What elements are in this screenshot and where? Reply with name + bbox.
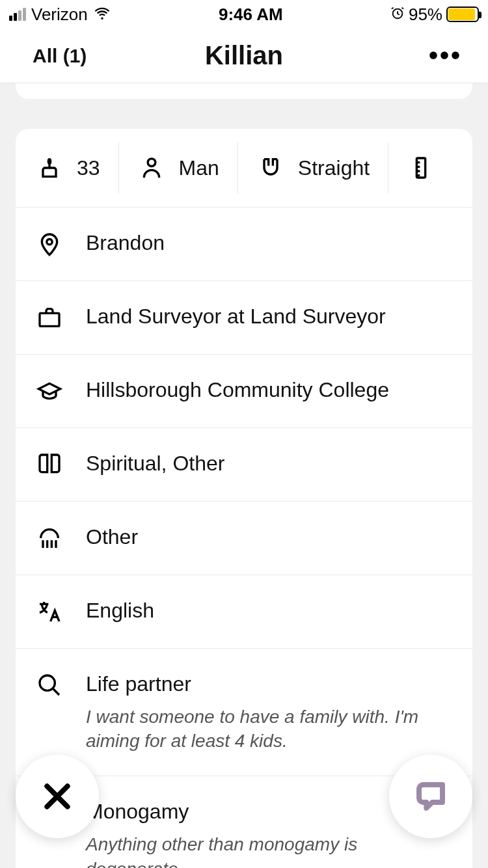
birthday-cake-icon xyxy=(35,154,64,182)
search-icon xyxy=(35,671,64,699)
carrier-label: Verizon xyxy=(31,5,88,25)
briefcase-icon xyxy=(35,303,64,332)
info-looking-for: Life partner I want someone to have a fa… xyxy=(16,648,472,776)
alarm-icon xyxy=(390,5,405,25)
politics-value: Other xyxy=(86,524,453,551)
message-button[interactable] xyxy=(389,755,472,838)
education-value: Hillsborough Community College xyxy=(86,377,453,404)
vital-orientation: Straight xyxy=(238,142,388,193)
job-value: Land Surveyor at Land Surveyor xyxy=(86,303,453,331)
person-icon xyxy=(137,154,166,182)
status-left: Verizon xyxy=(9,3,111,26)
wifi-icon xyxy=(93,3,111,26)
location-pin-icon xyxy=(35,230,64,258)
info-location: Brandon xyxy=(16,207,472,280)
battery-icon xyxy=(446,7,479,22)
vitals-row: 33 Man Straight xyxy=(16,129,472,207)
looking-for-subtitle: I want someone to have a family with. I'… xyxy=(86,705,453,754)
status-right: 95% xyxy=(390,5,479,25)
content-scroll[interactable]: 33 Man Straight xyxy=(0,83,488,868)
orientation-value: Straight xyxy=(298,156,370,180)
info-language: English xyxy=(16,575,472,648)
vital-height xyxy=(388,142,435,193)
status-bar: Verizon 9:46 AM 95% xyxy=(0,0,488,29)
government-icon xyxy=(35,524,64,552)
magnet-icon xyxy=(256,154,285,182)
location-value: Brandon xyxy=(86,230,453,257)
nav-title: Killian xyxy=(205,41,283,70)
ruler-icon xyxy=(407,154,435,182)
info-politics: Other xyxy=(16,501,472,575)
info-job: Land Surveyor at Land Surveyor xyxy=(16,280,472,354)
vital-age: 33 xyxy=(35,142,119,193)
svg-point-1 xyxy=(148,159,156,167)
relationship-subtitle: Anything other than monogamy is degenera… xyxy=(86,832,453,868)
nav-back-all[interactable]: All (1) xyxy=(33,45,87,67)
religion-value: Spiritual, Other xyxy=(86,450,453,478)
translate-icon xyxy=(35,597,64,626)
vital-gender: Man xyxy=(119,142,238,193)
language-value: English xyxy=(86,597,453,625)
book-icon xyxy=(35,450,64,479)
signal-bars-icon xyxy=(9,8,26,21)
svg-rect-4 xyxy=(40,313,59,326)
more-options-button[interactable]: ••• xyxy=(429,41,462,70)
info-education: Hillsborough Community College xyxy=(16,354,472,427)
profile-card: 33 Man Straight xyxy=(16,129,472,868)
svg-point-3 xyxy=(47,239,52,245)
age-value: 33 xyxy=(77,156,100,180)
svg-point-5 xyxy=(40,675,55,690)
status-time: 9:46 AM xyxy=(219,5,283,25)
looking-for-title: Life partner xyxy=(86,671,453,698)
battery-percent: 95% xyxy=(409,5,442,25)
nav-bar: All (1) Killian ••• xyxy=(0,29,488,83)
pass-button[interactable] xyxy=(16,755,99,838)
gender-value: Man xyxy=(179,156,219,180)
graduation-cap-icon xyxy=(35,377,64,405)
previous-card-edge xyxy=(16,83,472,99)
info-religion: Spiritual, Other xyxy=(16,427,472,501)
